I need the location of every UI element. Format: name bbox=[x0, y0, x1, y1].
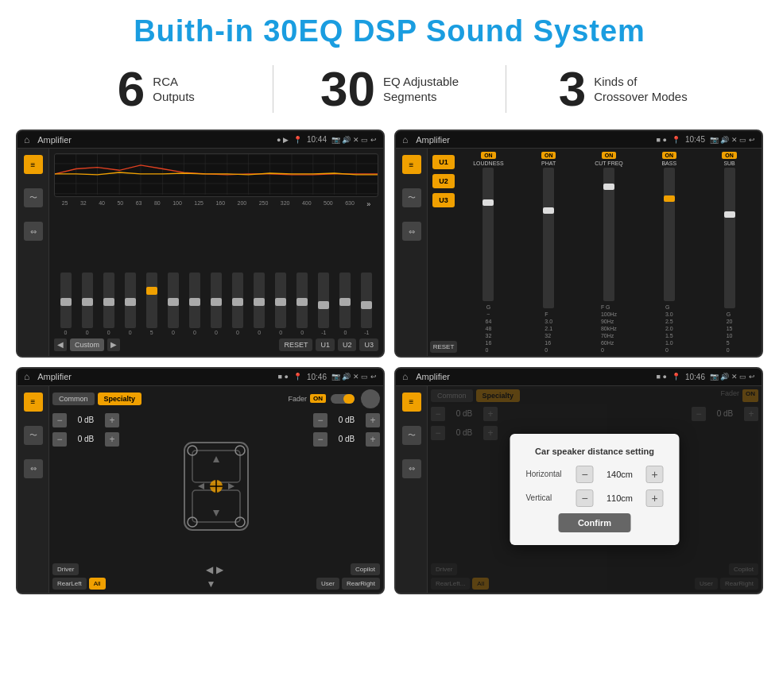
home-icon-eq[interactable]: ⌂ bbox=[24, 134, 29, 145]
eq-slider-11[interactable]: 0 bbox=[296, 273, 308, 335]
fader-minus-2[interactable]: − bbox=[52, 432, 67, 447]
fader-left-controls: − 0 dB + − 0 dB + bbox=[52, 413, 132, 561]
dist-tab-specialty: Specialty bbox=[476, 389, 521, 402]
xo-u1-btn[interactable]: U1 bbox=[432, 155, 455, 169]
svg-rect-21 bbox=[192, 490, 240, 522]
fader-minus-3[interactable]: − bbox=[313, 413, 327, 427]
dialog-confirm-button[interactable]: Confirm bbox=[559, 513, 630, 532]
xo-name-cutfreq: CUT FREQ bbox=[595, 160, 623, 166]
dist-bg-tabs: Common Specialty Fader ON bbox=[431, 389, 758, 402]
eq-slider-5[interactable]: 0 bbox=[168, 273, 179, 335]
xo-on-phat[interactable]: ON bbox=[541, 152, 556, 159]
fader-db-val-3: 0 dB bbox=[331, 416, 362, 424]
eq-sidebar-icon-1[interactable]: ≡ bbox=[24, 155, 43, 174]
fader-all-btn[interactable]: All bbox=[89, 578, 106, 590]
fader-up-arrow[interactable]: ◀ bbox=[206, 564, 213, 575]
fader-down-arrow[interactable]: ▶ bbox=[216, 564, 223, 575]
eq-prev-arrow[interactable]: ◀ bbox=[54, 338, 67, 351]
eq-slider-14[interactable]: -1 bbox=[361, 273, 372, 335]
eq-slider-8[interactable]: 0 bbox=[232, 273, 243, 335]
fader-plus-1[interactable]: + bbox=[105, 413, 119, 427]
xo-u2-btn[interactable]: U2 bbox=[432, 174, 455, 188]
fader-rearright-btn[interactable]: RearRight bbox=[342, 578, 380, 590]
fader-plus-3[interactable]: + bbox=[366, 413, 380, 427]
xo-on-bass[interactable]: ON bbox=[662, 152, 677, 159]
fader-avatar-icon[interactable] bbox=[361, 389, 380, 408]
eq-lbl-1: 32 bbox=[80, 200, 87, 208]
fader-driver-btn[interactable]: Driver bbox=[52, 563, 79, 575]
xo-channels: ON LOUDNESS G ~ 64 48 32 16 0 bbox=[459, 152, 758, 353]
home-icon-xo[interactable]: ⌂ bbox=[402, 134, 408, 145]
eq-slider-0[interactable]: 0 bbox=[60, 273, 72, 335]
dialog-horizontal-value: 140cm bbox=[600, 470, 640, 479]
fader-copilot-btn[interactable]: Copilot bbox=[351, 563, 380, 575]
xo-u3-btn[interactable]: U3 bbox=[432, 193, 455, 207]
stat-divider-2 bbox=[506, 65, 506, 113]
xo-on-loudness[interactable]: ON bbox=[481, 152, 496, 159]
xo-sidebar-icon-2[interactable]: 〜 bbox=[402, 188, 421, 207]
xo-sidebar: ≡ 〜 ⇔ bbox=[396, 149, 428, 356]
dialog-vertical-minus[interactable]: − bbox=[576, 489, 594, 507]
dialog-horizontal-row: Horizontal − 140cm + bbox=[526, 466, 664, 483]
eq-slider-13[interactable]: 0 bbox=[339, 273, 351, 335]
svg-marker-29 bbox=[213, 456, 219, 462]
fader-plus-4[interactable]: + bbox=[366, 432, 380, 447]
fader-sidebar-icon-1[interactable]: ≡ bbox=[24, 393, 43, 412]
eq-u2-btn[interactable]: U2 bbox=[338, 338, 357, 351]
fader-sidebar-icon-3[interactable]: ⇔ bbox=[24, 459, 43, 478]
eq-slider-2[interactable]: 0 bbox=[103, 273, 114, 335]
xo-sidebar-icon-3[interactable]: ⇔ bbox=[402, 222, 421, 241]
fader-sidebar-icon-2[interactable]: 〜 bbox=[24, 426, 43, 445]
eq-slider-10[interactable]: 0 bbox=[275, 273, 286, 335]
fader-on-badge[interactable]: ON bbox=[310, 394, 326, 403]
eq-sidebar-icon-2[interactable]: 〜 bbox=[24, 188, 43, 207]
eq-next-arrow[interactable]: ▶ bbox=[107, 338, 120, 351]
distance-dialog: Car speaker distance setting Horizontal … bbox=[510, 434, 680, 545]
dist-sidebar-icon-1[interactable]: ≡ bbox=[402, 393, 421, 412]
fader-minus-1[interactable]: − bbox=[52, 413, 67, 427]
fader-db-row-3: − 0 dB + bbox=[313, 413, 380, 427]
fader-plus-2[interactable]: + bbox=[105, 432, 119, 447]
screen-crossover: ⌂ Amplifier ■ ● 📍 10:45 📷 🔊 ✕ ▭ ↩ ≡ 〜 ⇔ … bbox=[394, 130, 763, 358]
eq-slider-9[interactable]: 0 bbox=[254, 273, 265, 335]
dialog-vertical-plus[interactable]: + bbox=[646, 489, 664, 507]
fader-tab-specialty[interactable]: Specialty bbox=[98, 393, 142, 405]
eq-reset-btn[interactable]: RESET bbox=[279, 338, 312, 351]
eq-slider-1[interactable]: 0 bbox=[82, 273, 93, 335]
eq-lbl-arrow[interactable]: » bbox=[366, 200, 370, 208]
eq-preset-label[interactable]: Custom bbox=[70, 338, 104, 351]
eq-slider-12[interactable]: -1 bbox=[318, 273, 329, 335]
fader-tab-common[interactable]: Common bbox=[52, 393, 95, 405]
eq-lbl-11: 320 bbox=[281, 200, 290, 208]
dialog-vertical-label: Vertical bbox=[526, 493, 570, 502]
fader-minus-4[interactable]: − bbox=[313, 432, 327, 447]
eq-sliders-area: 0 0 0 0 5 bbox=[54, 211, 378, 335]
xo-on-sub[interactable]: ON bbox=[722, 152, 737, 159]
dist-content: ≡ 〜 ⇔ Common Specialty Fader ON bbox=[396, 386, 762, 594]
dist-sidebar-icon-2[interactable]: 〜 bbox=[402, 426, 421, 445]
eq-lbl-14: 630 bbox=[345, 200, 355, 208]
xo-sidebar-icon-1[interactable]: ≡ bbox=[402, 155, 421, 174]
dialog-horizontal-plus[interactable]: + bbox=[646, 466, 664, 483]
dist-sidebar-icon-3[interactable]: ⇔ bbox=[402, 459, 421, 478]
eq-slider-7[interactable]: 0 bbox=[211, 273, 222, 335]
eq-slider-3[interactable]: 0 bbox=[125, 273, 136, 335]
fader-user-btn[interactable]: User bbox=[316, 578, 339, 590]
location-icon-xo: 📍 bbox=[672, 136, 680, 144]
home-icon-dist[interactable]: ⌂ bbox=[402, 371, 408, 382]
fader-right-controls: − 0 dB + − 0 dB + bbox=[300, 413, 380, 561]
eq-u3-btn[interactable]: U3 bbox=[359, 338, 378, 351]
xo-on-cutfreq[interactable]: ON bbox=[602, 152, 617, 159]
car-diagram bbox=[137, 413, 296, 561]
fader-db-row-1: − 0 dB + bbox=[52, 413, 132, 427]
dialog-horizontal-minus[interactable]: − bbox=[576, 466, 594, 483]
eq-u1-btn[interactable]: U1 bbox=[316, 338, 335, 351]
eq-slider-6[interactable]: 0 bbox=[189, 273, 200, 335]
xo-reset-btn[interactable]: RESET bbox=[430, 341, 458, 353]
fader-down2-arrow[interactable]: ▼ bbox=[206, 578, 215, 590]
fader-rearleft-btn[interactable]: RearLeft bbox=[52, 578, 87, 590]
dialog-vertical-row: Vertical − 110cm + bbox=[526, 489, 664, 507]
home-icon-fader[interactable]: ⌂ bbox=[24, 371, 29, 382]
eq-sidebar-icon-3[interactable]: ⇔ bbox=[24, 222, 43, 241]
eq-slider-4[interactable]: 5 bbox=[146, 273, 157, 335]
